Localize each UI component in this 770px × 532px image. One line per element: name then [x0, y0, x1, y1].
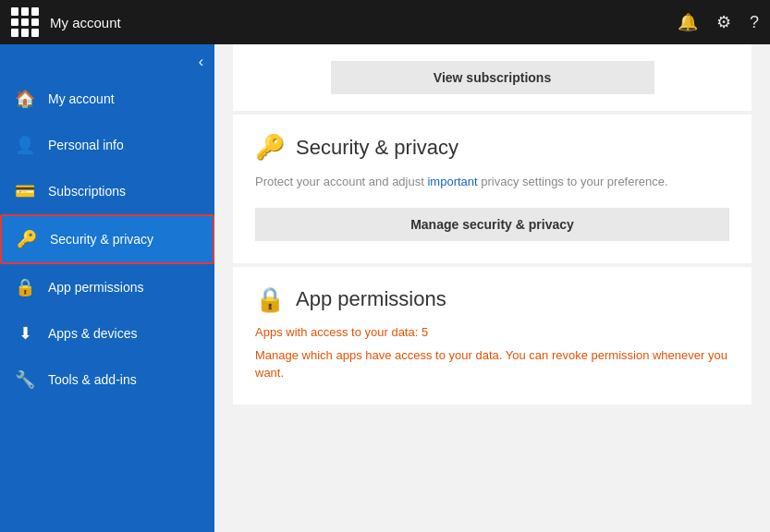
security-desc-part2: privacy settings to your preference.: [478, 175, 668, 188]
app-manage-description: Manage which apps have access to your da…: [255, 346, 729, 382]
main-layout: ‹ 🏠 My account 👤 Personal info 💳 Subscri…: [0, 44, 770, 532]
security-key-icon: 🔑: [255, 133, 285, 162]
content-area: View subscriptions 🔑 Security & privacy …: [214, 44, 770, 532]
subscriptions-card: View subscriptions: [233, 44, 752, 111]
manage-security-button[interactable]: Manage security & privacy: [255, 208, 729, 241]
gear-icon[interactable]: ⚙: [716, 12, 731, 32]
sidebar-label-subscriptions: Subscriptions: [48, 184, 126, 199]
topbar-icons: 🔔 ⚙ ?: [678, 12, 759, 32]
security-description: Protect your account and adjust importan…: [255, 173, 729, 191]
view-subscriptions-button[interactable]: View subscriptions: [331, 61, 654, 94]
app-permissions-card: 🔒 App permissions Apps with access to yo…: [233, 267, 752, 405]
wrench-icon: 🔧: [15, 369, 35, 390]
sidebar-label-personal-info: Personal info: [48, 138, 124, 152]
sidebar-item-personal-info[interactable]: 👤 Personal info: [0, 122, 214, 168]
sidebar-collapse-button[interactable]: ‹: [199, 54, 203, 70]
sidebar-label-my-account: My account: [48, 91, 115, 106]
download-icon: ⬇: [15, 323, 35, 344]
app-permissions-lock-icon: 🔒: [255, 285, 285, 314]
app-permissions-title: App permissions: [296, 287, 446, 311]
security-title: Security & privacy: [296, 136, 458, 160]
sidebar-item-subscriptions[interactable]: 💳 Subscriptions: [0, 168, 214, 214]
app-permissions-title-row: 🔒 App permissions: [255, 285, 729, 314]
security-desc-part1: Protect your account and adjust: [255, 175, 427, 188]
sidebar-item-tools-addins[interactable]: 🔧 Tools & add-ins: [0, 357, 214, 403]
bell-icon[interactable]: 🔔: [678, 12, 698, 32]
security-title-row: 🔑 Security & privacy: [255, 133, 729, 162]
security-desc-link: important: [427, 175, 477, 188]
sidebar-label-app-permissions: App permissions: [48, 280, 144, 295]
sidebar-label-security-privacy: Security & privacy: [50, 232, 153, 247]
sidebar-item-my-account[interactable]: 🏠 My account: [0, 76, 214, 122]
topbar-title: My account: [50, 15, 678, 30]
sidebar-collapse-area: ‹: [0, 44, 214, 76]
sidebar-label-apps-devices: Apps & devices: [48, 326, 138, 341]
sidebar-item-security-privacy[interactable]: 🔑 Security & privacy: [0, 214, 214, 264]
sidebar: ‹ 🏠 My account 👤 Personal info 💳 Subscri…: [0, 44, 214, 532]
key-icon: 🔑: [17, 229, 37, 249]
card-icon: 💳: [15, 181, 35, 201]
app-access-count: Apps with access to your data: 5: [255, 325, 729, 339]
lock-icon: 🔒: [15, 277, 35, 297]
sidebar-label-tools-addins: Tools & add-ins: [48, 372, 137, 387]
topbar: My account 🔔 ⚙ ?: [0, 0, 770, 44]
help-icon[interactable]: ?: [750, 13, 759, 32]
security-privacy-card: 🔑 Security & privacy Protect your accoun…: [233, 115, 752, 263]
person-icon: 👤: [15, 135, 35, 155]
sidebar-item-apps-devices[interactable]: ⬇ Apps & devices: [0, 310, 214, 357]
home-icon: 🏠: [15, 89, 35, 109]
grid-menu-button[interactable]: [11, 7, 41, 37]
sidebar-item-app-permissions[interactable]: 🔒 App permissions: [0, 264, 214, 310]
content-inner: View subscriptions 🔑 Security & privacy …: [214, 44, 770, 427]
